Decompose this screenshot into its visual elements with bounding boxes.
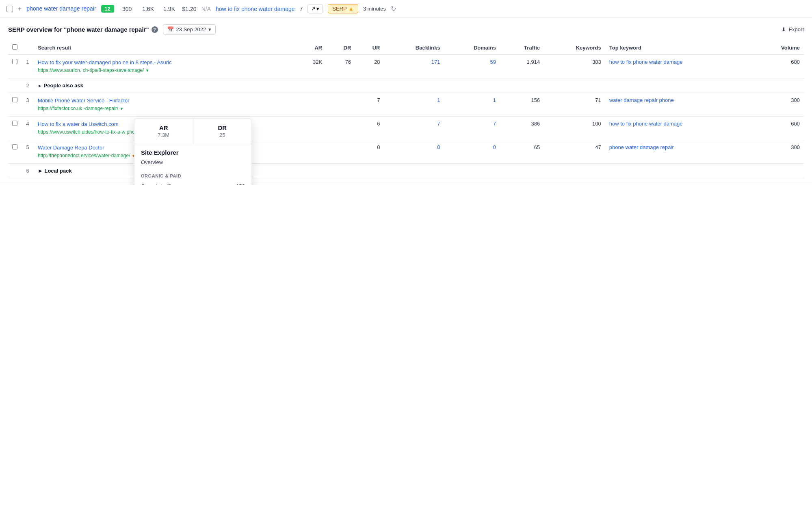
refresh-icon[interactable]: ↻ xyxy=(391,5,396,13)
stat3: 1.9K xyxy=(161,6,178,12)
row-traffic: 65 xyxy=(500,140,544,163)
col-num xyxy=(22,41,34,54)
popup-ar-label: AR xyxy=(141,124,186,131)
row-checkbox[interactable] xyxy=(12,144,17,149)
row-backlinks[interactable]: 171 xyxy=(384,54,444,78)
row-checkbox-cell[interactable] xyxy=(8,54,22,78)
row-checkbox[interactable] xyxy=(12,59,17,64)
row-top-keyword[interactable]: how to fix phone water damage xyxy=(605,116,755,140)
badge: 12 xyxy=(101,5,114,13)
trend-button[interactable]: ↗ ▾ xyxy=(307,4,323,13)
export-button[interactable]: ⬇ Export xyxy=(782,26,804,32)
row-num: 3 xyxy=(22,93,34,116)
row-keywords: 383 xyxy=(544,54,605,78)
row-backlinks[interactable]: 0 xyxy=(384,140,444,163)
result-url[interactable]: https://www.asurion. ch-tips/8-steps-sav… xyxy=(38,67,290,74)
col-ar: AR xyxy=(294,41,326,54)
popup-item[interactable]: Organic traffic 153 xyxy=(134,180,251,185)
table-row: 5 Water Damage Repa Doctor http://thepho… xyxy=(8,140,804,163)
popup-item-label: Organic traffic xyxy=(141,183,174,185)
time-ago: 3 minutes xyxy=(363,6,386,12)
serp-button[interactable]: SERP ▲ xyxy=(328,4,358,13)
stat1: 300 xyxy=(119,6,135,12)
top-row-checkbox[interactable] xyxy=(6,6,13,12)
row-checkbox-cell[interactable] xyxy=(8,116,22,140)
row-ur: 6 xyxy=(355,116,384,140)
serp-title: SERP overview for "phone water damage re… xyxy=(8,26,158,33)
row-dr: 76 xyxy=(326,54,355,78)
popup-ar-value: 7.3M xyxy=(141,132,186,138)
add-icon[interactable]: + xyxy=(18,5,22,13)
row-ur: 7 xyxy=(355,93,384,116)
row-top-keyword[interactable]: how to fix phone water damage xyxy=(605,54,755,78)
row-domains[interactable]: 7 xyxy=(444,116,500,140)
export-label: Export xyxy=(788,26,804,32)
row-backlinks[interactable]: 7 xyxy=(384,116,444,140)
popup-ar-metric: AR 7.3M xyxy=(134,119,193,144)
site-explorer-overview[interactable]: Overview xyxy=(134,158,251,169)
row-traffic: 1,914 xyxy=(500,54,544,78)
result-title[interactable]: How to fix your water-damaged pho ne in … xyxy=(38,59,290,66)
popup-organic-items: Organic traffic 153 Traffic value $80 Or… xyxy=(134,180,251,185)
keyword-label: phone water damage repair xyxy=(26,5,96,12)
row-domains[interactable]: 59 xyxy=(444,54,500,78)
top-num: 7 xyxy=(300,6,303,12)
popup-dr-metric: DR 25 xyxy=(193,119,252,144)
table-row: 6 ► Local pack xyxy=(8,163,804,178)
row-volume: 300 xyxy=(755,93,804,116)
col-top-keyword: Top keyword xyxy=(605,41,755,54)
top-keyword-link[interactable]: how to fix phone water damage xyxy=(216,6,295,12)
row-ar: 32K xyxy=(294,54,326,78)
row-volume: 600 xyxy=(755,54,804,78)
col-domains: Domains xyxy=(444,41,500,54)
row-ur: 0 xyxy=(355,140,384,163)
organic-paid-header: ORGANIC & PAID xyxy=(134,169,251,180)
row-checkbox-cell[interactable] xyxy=(8,140,22,163)
table-wrapper: Search result AR DR UR Backlinks Domains… xyxy=(8,41,804,178)
row-keywords: 71 xyxy=(544,93,605,116)
row-top-keyword[interactable]: water damage repair phone xyxy=(605,93,755,116)
row-checkbox-cell xyxy=(8,163,22,178)
result-title[interactable]: Mobile Phone Water Service - Fixfactor xyxy=(38,97,290,104)
col-dr: DR xyxy=(326,41,355,54)
row-traffic: 156 xyxy=(500,93,544,116)
row-volume: 300 xyxy=(755,140,804,163)
na: N/A xyxy=(201,6,211,12)
row-checkbox[interactable] xyxy=(12,121,17,126)
trend-icon: ↗ xyxy=(311,6,316,12)
row-backlinks[interactable]: 1 xyxy=(384,93,444,116)
col-traffic: Traffic xyxy=(500,41,544,54)
row-checkbox-cell[interactable] xyxy=(8,93,22,116)
row-dr xyxy=(326,93,355,116)
site-explorer-title: Site Explorer xyxy=(134,144,251,158)
row-num: 5 xyxy=(22,140,34,163)
result-url[interactable]: https://fixfactor.co.uk -damage-repair/ … xyxy=(38,105,290,112)
chevron-down-icon: ▼ xyxy=(119,106,123,111)
row-domains[interactable]: 1 xyxy=(444,93,500,116)
calendar-icon: 📅 xyxy=(167,26,174,32)
serp-header: SERP overview for "phone water damage re… xyxy=(8,24,804,35)
col-backlinks: Backlinks xyxy=(384,41,444,54)
popup-metrics: AR 7.3M DR 25 xyxy=(134,119,251,144)
people-also-ask: ► People also ask xyxy=(34,78,804,93)
help-icon[interactable]: ? xyxy=(152,26,158,33)
row-keywords: 47 xyxy=(544,140,605,163)
table-row: 2 ► People also ask xyxy=(8,78,804,93)
row-ur: 28 xyxy=(355,54,384,78)
popup-dr-label: DR xyxy=(200,124,245,131)
site-explorer-popup: AR 7.3M DR 25 Site Explorer Overview ORG… xyxy=(134,118,252,185)
date-label: 23 Sep 2022 xyxy=(176,26,206,32)
row-dr xyxy=(326,116,355,140)
price: $1.20 xyxy=(182,6,197,12)
select-all-checkbox[interactable] xyxy=(12,44,17,50)
table-row: 3 Mobile Phone Water Service - Fixfactor… xyxy=(8,93,804,116)
row-keywords: 100 xyxy=(544,116,605,140)
row-checkbox[interactable] xyxy=(12,97,17,102)
row-ar xyxy=(294,140,326,163)
row-domains[interactable]: 0 xyxy=(444,140,500,163)
col-volume: Volume xyxy=(755,41,804,54)
date-filter[interactable]: 📅 23 Sep 2022 ▾ xyxy=(163,24,216,35)
results-table: Search result AR DR UR Backlinks Domains… xyxy=(8,41,804,178)
row-dr xyxy=(326,140,355,163)
row-top-keyword[interactable]: phone water damage repair xyxy=(605,140,755,163)
